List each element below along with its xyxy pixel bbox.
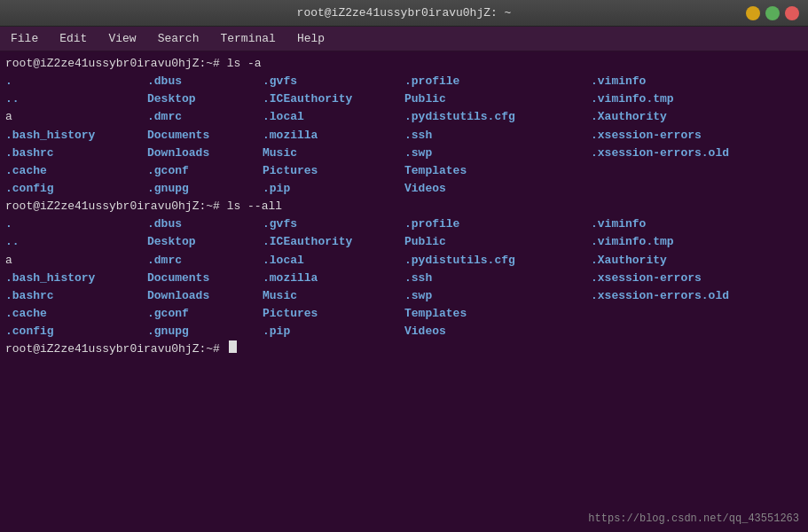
- menu-help[interactable]: Help: [294, 30, 328, 47]
- ls-all-row-3: a .dmrc .local .pydistutils.cfg .Xauthor…: [5, 252, 803, 270]
- cmd-line-2: root@iZ2ze41ussybr0iravu0hjZ:~# ls --all: [5, 198, 803, 215]
- titlebar-title: root@iZ2ze41ussybr0iravu0hjZ: ~: [62, 6, 746, 20]
- ls-all-row-7: .config .gnupg .pip Videos: [5, 323, 803, 340]
- ls-row-7: .config .gnupg .pip Videos: [5, 180, 803, 198]
- titlebar: root@iZ2ze41ussybr0iravu0hjZ: ~: [0, 0, 808, 27]
- window-controls[interactable]: [746, 6, 799, 20]
- cmd-line-1: root@iZ2ze41ussybr0iravu0hjZ:~# ls -a: [5, 55, 803, 73]
- menu-file[interactable]: File: [7, 30, 42, 47]
- ls-row-1: . .dbus .gvfs .profile .viminfo: [5, 73, 803, 90]
- menu-view[interactable]: View: [105, 30, 139, 47]
- ls-row-6: .cache .gconf Pictures Templates: [5, 162, 803, 180]
- menu-terminal[interactable]: Terminal: [216, 30, 278, 47]
- ls-all-row-4: .bash_history Documents .mozilla .ssh .x…: [5, 270, 803, 287]
- final-prompt-line: root@iZ2ze41ussybr0iravu0hjZ:~#: [5, 340, 803, 358]
- ls-all-row-2: .. Desktop .ICEauthority Public .viminfo…: [5, 233, 803, 251]
- ls-row-2: .. Desktop .ICEauthority Public .viminfo…: [5, 90, 803, 108]
- ls-all-row-5: .bashrc Downloads Music .swp .xsession-e…: [5, 287, 803, 305]
- menu-search[interactable]: Search: [154, 30, 203, 47]
- cursor: [229, 340, 237, 353]
- terminal[interactable]: root@iZ2ze41ussybr0iravu0hjZ:~# ls -a . …: [0, 51, 808, 532]
- watermark: https://blog.csdn.net/qq_43551263: [588, 512, 799, 525]
- menubar: File Edit View Search Terminal Help: [0, 27, 808, 51]
- ls-all-row-6: .cache .gconf Pictures Templates: [5, 305, 803, 323]
- menu-edit[interactable]: Edit: [56, 30, 90, 47]
- close-button[interactable]: [785, 6, 799, 20]
- ls-row-4: .bash_history Documents .mozilla .ssh .x…: [5, 127, 803, 145]
- ls-all-row-1: . .dbus .gvfs .profile .viminfo: [5, 215, 803, 233]
- maximize-button[interactable]: [765, 6, 780, 20]
- minimize-button[interactable]: [746, 6, 760, 20]
- ls-row-3: a .dmrc .local .pydistutils.cfg .Xauthor…: [5, 108, 803, 126]
- ls-row-5: .bashrc Downloads Music .swp .xsession-e…: [5, 145, 803, 162]
